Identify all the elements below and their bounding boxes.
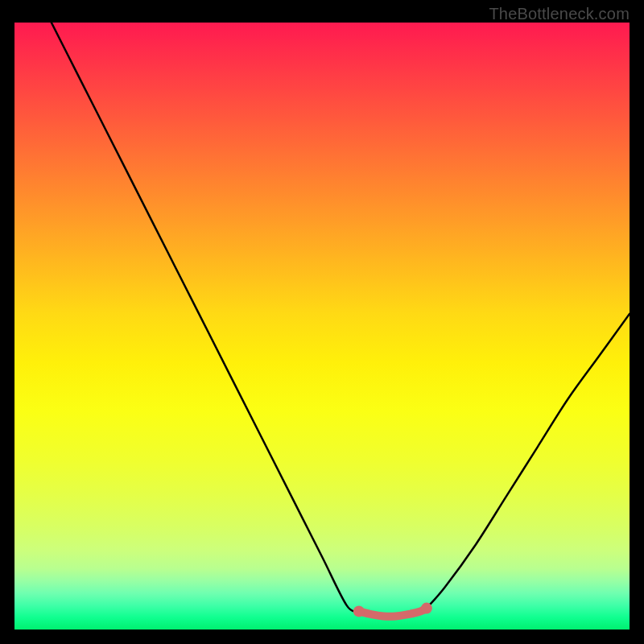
plot-area	[14, 23, 630, 630]
chart-container: TheBottleneck.com	[0, 0, 644, 644]
series-left-curve	[52, 23, 359, 611]
watermark-text: TheBottleneck.com	[489, 5, 630, 23]
series-bottom-plateau	[359, 609, 427, 617]
plateau-end-dot-1	[421, 603, 432, 614]
curve-group	[52, 23, 630, 617]
series-right-curve	[427, 314, 630, 609]
plateau-end-dot-0	[353, 605, 365, 617]
chart-svg	[14, 23, 630, 630]
